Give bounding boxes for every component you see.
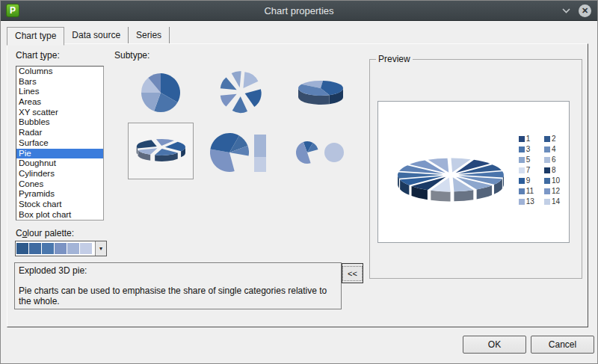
legend-item: 5 bbox=[519, 155, 534, 164]
legend-swatch bbox=[544, 178, 550, 184]
chart-type-option-stock-chart[interactable]: Stock chart bbox=[16, 200, 103, 210]
legend-item: 2 bbox=[544, 135, 560, 143]
chart-type-option-pie[interactable]: Pie bbox=[16, 149, 103, 159]
palette-swatch bbox=[80, 243, 92, 254]
preview-legend: 1234567891011121314 bbox=[519, 135, 560, 206]
legend-item: 3 bbox=[519, 145, 534, 153]
preview-groupbox: Preview 1234567891011121314 bbox=[369, 59, 582, 279]
legend-item: 6 bbox=[544, 155, 560, 164]
titlebar[interactable]: P Chart properties ✕ bbox=[1, 1, 597, 21]
window-title: Chart properties bbox=[1, 5, 597, 16]
palette-swatch bbox=[67, 243, 79, 254]
colour-palette-label: Colour palette: bbox=[16, 228, 74, 238]
legend-swatch bbox=[519, 199, 525, 205]
subtype-pie-of-pie-icon[interactable] bbox=[288, 123, 354, 179]
palette-swatch bbox=[55, 243, 67, 254]
subtype-exploded-pie-icon[interactable] bbox=[208, 65, 274, 122]
chart-type-option-cones[interactable]: Cones bbox=[16, 179, 103, 190]
collapse-button[interactable]: << bbox=[342, 263, 363, 283]
chart-type-option-lines[interactable]: Lines bbox=[16, 87, 103, 97]
chart-type-label: Chart type: bbox=[16, 50, 60, 61]
legend-item: 14 bbox=[544, 197, 560, 206]
chart-type-option-box-plot-chart[interactable]: Box plot chart bbox=[16, 210, 103, 220]
colour-palette-dropdown[interactable]: ▾ bbox=[15, 241, 107, 256]
subtype-label: Subtype: bbox=[114, 50, 150, 61]
legend-swatch bbox=[544, 136, 550, 142]
chart-type-option-cylinders[interactable]: Cylinders bbox=[16, 169, 103, 179]
chart-type-option-columns[interactable]: Columns bbox=[16, 67, 103, 77]
tab-data-source[interactable]: Data source bbox=[64, 27, 129, 43]
close-icon[interactable]: ✕ bbox=[579, 4, 591, 17]
chart-type-option-doughnut[interactable]: Doughnut bbox=[16, 158, 103, 169]
chart-type-option-bars[interactable]: Bars bbox=[16, 77, 103, 87]
tab-chart-type[interactable]: Chart type bbox=[7, 27, 64, 46]
subtype-pie-icon[interactable] bbox=[128, 65, 194, 122]
legend-item: 12 bbox=[544, 187, 560, 195]
legend-swatch bbox=[519, 146, 525, 152]
cancel-button[interactable]: Cancel bbox=[531, 336, 594, 354]
legend-swatch bbox=[544, 188, 550, 194]
chart-type-list[interactable]: ColumnsBarsLinesAreasXY scatterBubblesRa… bbox=[16, 66, 104, 220]
legend-swatch bbox=[544, 167, 550, 173]
legend-item: 1 bbox=[519, 135, 534, 143]
palette-swatches bbox=[16, 241, 95, 256]
legend-item: 10 bbox=[544, 176, 560, 185]
chart-type-option-pyramids[interactable]: Pyramids bbox=[16, 189, 103, 200]
legend-item: 9 bbox=[519, 176, 534, 185]
legend-item: 7 bbox=[519, 166, 534, 174]
palette-swatch bbox=[16, 243, 28, 254]
legend-swatch bbox=[544, 199, 550, 205]
legend-swatch bbox=[544, 146, 550, 152]
palette-swatch bbox=[42, 243, 54, 254]
preview-label: Preview bbox=[376, 54, 413, 64]
chart-type-option-surface[interactable]: Surface bbox=[16, 138, 103, 149]
chart-type-option-bubbles[interactable]: Bubbles bbox=[16, 117, 103, 128]
legend-item: 8 bbox=[544, 166, 560, 174]
subtype-description-box: Exploded 3D pie: Pie charts can be used … bbox=[14, 262, 342, 309]
subtype-description-title: Exploded 3D pie: bbox=[19, 265, 337, 276]
legend-item: 13 bbox=[519, 197, 534, 206]
chart-type-option-radar[interactable]: Radar bbox=[16, 128, 103, 138]
legend-swatch bbox=[519, 188, 525, 194]
tab-bar: Chart typeData sourceSeries bbox=[7, 27, 170, 45]
ok-button[interactable]: OK bbox=[463, 336, 526, 354]
subtype-3d-pie-icon[interactable] bbox=[288, 65, 354, 122]
subtype-exploded-3d-pie-icon[interactable] bbox=[128, 123, 194, 179]
chevron-down-icon[interactable] bbox=[561, 5, 571, 16]
palette-swatch bbox=[29, 243, 41, 254]
subtype-pie-with-column-icon[interactable] bbox=[208, 123, 274, 179]
dropdown-arrow-icon: ▾ bbox=[95, 241, 106, 256]
legend-swatch bbox=[519, 167, 525, 173]
legend-swatch bbox=[519, 157, 525, 163]
subtype-description-body: Pie charts can be used to emphasise the … bbox=[19, 286, 337, 306]
legend-item: 4 bbox=[544, 145, 560, 153]
chart-type-option-xy-scatter[interactable]: XY scatter bbox=[16, 108, 103, 118]
legend-swatch bbox=[544, 157, 550, 163]
chart-properties-dialog: P Chart properties ✕ Chart typeData sour… bbox=[0, 0, 598, 364]
tab-series[interactable]: Series bbox=[129, 27, 170, 43]
legend-swatch bbox=[519, 136, 525, 142]
chart-type-option-areas[interactable]: Areas bbox=[16, 97, 103, 108]
legend-swatch bbox=[519, 178, 525, 184]
legend-item: 11 bbox=[519, 187, 534, 195]
preview-panel: 1234567891011121314 bbox=[377, 101, 570, 243]
